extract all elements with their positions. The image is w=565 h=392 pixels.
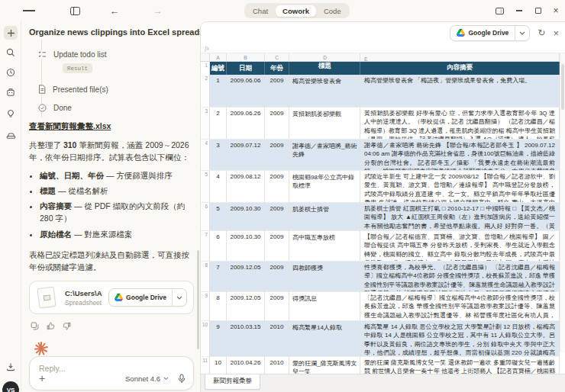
cell-year[interactable]: 2009 (265, 292, 289, 320)
row-number[interactable]: 4 (201, 140, 210, 170)
header-cell-date[interactable]: 日期 (227, 62, 265, 75)
cell-summary[interactable]: 〔記者沈繼昌／楊梅報導〕國立楊梅高中4位教師分獲全國性獎項，校長蘇景進說，邱逸 … (360, 292, 560, 320)
cell-title[interactable]: 肌萎棋士插管 (289, 203, 360, 230)
cell-id[interactable]: 4 (210, 171, 227, 202)
column-letter[interactable]: C (265, 53, 289, 61)
cell-summary[interactable]: 梅高管樂班發表會 「梅語夜」管樂班成果發表會，免費入場。 (360, 75, 560, 107)
cell-year[interactable]: 2009 (265, 108, 289, 139)
grid-corner[interactable] (201, 53, 210, 61)
cell-id[interactable]: 9 (210, 321, 227, 356)
table-row[interactable]: 11102010.04.262010愛的狂瀾_薩克斯風博女兒一笑愛的狂瀾 薩克斯… (201, 357, 560, 375)
cell-date[interactable]: 2009.07.12 (227, 140, 265, 170)
user-avatar[interactable]: VS (2, 381, 19, 392)
result-chip[interactable]: Result (63, 63, 92, 73)
download-icon[interactable] (4, 360, 18, 374)
sheet-scrollbar-thumb[interactable] (561, 64, 564, 110)
row-number[interactable]: 7 (201, 231, 210, 261)
cell-date[interactable]: 2010.03.15 (227, 321, 265, 356)
maximize-icon[interactable] (532, 5, 544, 16)
drive-options-chevron[interactable] (515, 31, 529, 35)
table-row[interactable]: 982009.12.052009得獎訊息〔記者沈繼昌／楊梅報導〕國立楊梅高中4位… (201, 292, 560, 321)
cell-title[interactable]: 高中職五專放榜 (289, 231, 360, 261)
row-number[interactable]: 2 (201, 75, 210, 107)
tab-chat[interactable]: Chat (246, 5, 275, 17)
row-number[interactable]: 6 (201, 203, 210, 230)
cell-summary[interactable]: 性獎賽都獲獎，為校爭光。（記者沈繼昌攝） 〔記者沈繼昌／楊梅報導〕國立楊梅高中4… (360, 262, 560, 291)
spreadsheet-file-card[interactable]: C:\Users\Admi... Spreadsheet Google Driv… (29, 281, 194, 314)
cell-id[interactable]: 3 (210, 140, 227, 170)
cell-year[interactable]: 2010 (265, 321, 289, 356)
tab-cowork[interactable]: Cowork (276, 5, 316, 17)
cell-year[interactable]: 2009 (265, 231, 289, 261)
layout-restore-icon[interactable] (493, 5, 505, 16)
column-letter[interactable]: A (210, 53, 227, 61)
cell-id[interactable]: 5 (210, 203, 227, 230)
table-row[interactable]: 212009.06.062009梅高管樂班發表會梅高管樂班發表會 「梅語夜」管樂… (201, 75, 560, 108)
reply-composer[interactable]: + Sonnet 4.6 (29, 356, 194, 390)
reply-input[interactable] (39, 364, 186, 373)
search-icon[interactable] (4, 46, 18, 59)
sheet-tab[interactable]: 新聞剪報彙整 (205, 374, 260, 390)
cell-date[interactable]: 2009.06.06 (227, 75, 265, 107)
cell-id[interactable]: 1 (210, 75, 227, 107)
google-drive-button[interactable]: Google Drive (108, 288, 187, 307)
new-chat-icon[interactable] (4, 26, 18, 40)
table-row[interactable]: 322009.06.262009黃招穎肌萎卻樂觀黃招穎肌萎卻樂觀 好學有愛心 症… (201, 108, 560, 140)
cell-year[interactable]: 2009 (265, 203, 289, 230)
tab-code[interactable]: Code (317, 5, 348, 17)
row-number[interactable]: 10 (201, 321, 210, 356)
cell-summary[interactable]: 肌萎棋士插管 紅面棋王打氣 □ 2010-12-17 □ 中國時報 □ 【黃文杰… (360, 203, 560, 230)
cell-year[interactable]: 2009 (265, 140, 289, 170)
table-row[interactable]: 542009.08.122009桃園縣98年公立高中錄取標準武陵近半新生 可上建… (201, 171, 560, 203)
conversation-header[interactable]: Organize news clippings into Excel sprea… (29, 26, 194, 43)
table-row[interactable]: 652009.10.302009肌萎棋士插管肌萎棋士插管 紅面棋王打氣 □ 20… (201, 203, 560, 231)
cell-title[interactable]: 四教師獲獎 (289, 262, 360, 291)
cell-summary[interactable]: 黃招穎肌萎卻樂觀 好學有愛心 症，但奮力求學入選教育部今年 3Q 達 人中的逆境… (360, 108, 560, 139)
cell-summary[interactable]: 【聯合報／記者楊德宜、賈寶楠、游文寶、曾增勳／桃園報導】 圖／聯合報提供 高中職… (360, 231, 560, 261)
close-window-icon[interactable]: × (550, 5, 562, 16)
model-selector[interactable]: Sonnet 4.6 (125, 374, 169, 383)
menu-icon[interactable] (23, 5, 35, 16)
cell-year[interactable]: 2009 (265, 171, 289, 202)
cell-date[interactable]: 2009.08.12 (227, 171, 265, 202)
cell-title[interactable]: 愛的狂瀾_薩克斯風博女兒一笑 (289, 357, 360, 374)
refresh-icon[interactable]: ↻ (538, 27, 545, 38)
column-letter[interactable]: E (360, 53, 560, 61)
cell-id[interactable]: 7 (210, 262, 227, 291)
header-cell-year[interactable]: 年份 (265, 62, 289, 75)
attach-plus-icon[interactable]: + (39, 373, 45, 384)
cell-year[interactable]: 2009 (265, 75, 289, 107)
sidebar-toggle-icon[interactable] (69, 5, 81, 16)
cell-summary[interactable]: 梅高繁星 14 人錄取 居公立學校之冠 大學繁星計劃 12 日放榜，楊梅高中錄取… (360, 321, 560, 356)
cell-date[interactable]: 2009.06.26 (227, 108, 265, 139)
copy-icon[interactable] (31, 322, 39, 330)
row-number[interactable]: 9 (201, 292, 210, 320)
cell-title[interactable]: 梅高繁星14人錄取 (289, 321, 360, 356)
cell-date[interactable]: 2009.12.05 (227, 292, 265, 320)
minimize-icon[interactable] (513, 5, 525, 16)
chat-scrollbar[interactable] (197, 250, 199, 349)
table-row[interactable]: 762009.10.302009高中職五專放榜【聯合報／記者楊德宜、賈寶楠、游文… (201, 231, 560, 262)
cell-year[interactable]: 2009 (265, 262, 289, 291)
projects-icon[interactable] (4, 85, 18, 99)
formula-bar[interactable]: fx (201, 43, 565, 53)
row-number[interactable]: 3 (201, 108, 210, 139)
drive-options-chevron[interactable] (173, 296, 186, 300)
history-icon[interactable] (4, 66, 18, 79)
cell-title[interactable]: 梅高管樂班發表會 (289, 75, 360, 107)
cell-id[interactable]: 8 (210, 292, 227, 320)
cell-title[interactable]: 謝孝德／畫家唱將_藝術先鋒 (289, 140, 360, 170)
row-number[interactable]: 11 (201, 357, 210, 374)
table-row[interactable]: 1092010.03.152010梅高繁星14人錄取梅高繁星 14 人錄取 居公… (201, 321, 560, 357)
connectors-icon[interactable] (4, 128, 18, 142)
row-number[interactable]: 8 (201, 262, 210, 291)
cell-year[interactable]: 2010 (265, 357, 289, 374)
sheet-scrollbar[interactable] (560, 53, 565, 352)
google-drive-button[interactable]: Google Drive (450, 25, 530, 41)
header-cell-title[interactable]: 標題 (289, 62, 360, 75)
row-number[interactable]: 5 (201, 171, 210, 202)
microphone-icon[interactable] (178, 374, 186, 384)
cell-title[interactable]: 桃園縣98年公立高中錄取標準 (289, 171, 360, 202)
cell-summary[interactable]: 謝孝德／畫家唱將 藝術先鋒 【聯合報/本報記者邵冬玉 】 2009.07.12 … (360, 140, 560, 170)
cell-title[interactable]: 得獎訊息 (289, 292, 360, 320)
